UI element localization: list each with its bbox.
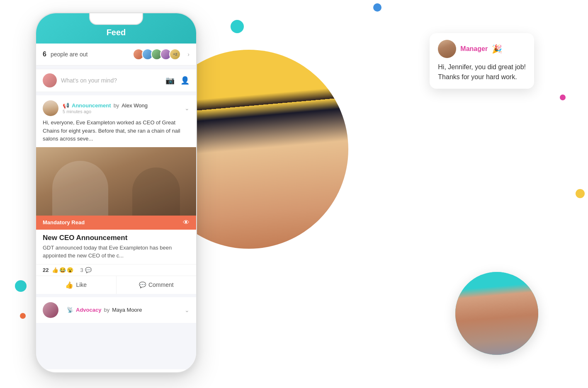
people-out-text: people are out [51, 51, 129, 58]
advocacy-type-row: 📡 Advocacy by Maya Moore [67, 307, 180, 313]
advocacy-by: by [104, 307, 109, 313]
chat-message-line2: Thanks for your hard work. [438, 73, 517, 80]
post-author-avatar [43, 100, 58, 116]
comment-label: Comment [148, 281, 174, 288]
people-out-count: 6 [43, 51, 46, 58]
comment-count: 3 [80, 267, 83, 273]
chat-bubble-header: Manager 🎉 [438, 40, 526, 58]
man-circle [455, 272, 538, 355]
avatars-group: +2 [133, 48, 181, 60]
like-icon: 👍 [65, 281, 73, 289]
comment-icon: 💬 [139, 281, 146, 288]
cry-emoji: 😂 [59, 267, 66, 273]
party-icon: 🎉 [492, 44, 502, 54]
like-label: Like [76, 281, 87, 288]
dot-teal-top [231, 20, 244, 33]
chat-message-text: Hi, Jennifer, you did great job! Thanks … [438, 62, 526, 82]
dot-yellow-right [576, 189, 585, 198]
advocacy-badge: Advocacy [76, 307, 101, 313]
post-image-visual [36, 147, 196, 216]
comment-bubble-icon: 💬 [85, 267, 92, 273]
post-body-text: Hi, everyone, Eve Exampleton worked as C… [36, 119, 196, 147]
post-advocacy: 📡 Advocacy by Maya Moore ⌄ [36, 297, 196, 323]
person-icon[interactable]: 👤 [180, 76, 190, 85]
mandatory-read-bar: Mandatory Read 👁 [36, 216, 196, 230]
comment-info: 3 💬 [80, 267, 91, 273]
dot-blue-top [373, 3, 381, 12]
reactions-emojis: 👍 😂 😮 [52, 267, 73, 273]
dot-pink-right [560, 95, 566, 100]
post-composer[interactable]: What's on your mind? 📷 👤 [36, 69, 196, 92]
advocacy-post-header: 📡 Advocacy by Maya Moore ⌄ [43, 302, 190, 318]
composer-avatar [43, 73, 57, 87]
advocacy-icon: 📡 [67, 307, 73, 313]
manager-label: Manager [460, 45, 488, 53]
thumbs-up-emoji: 👍 [52, 267, 58, 273]
post-options-icon[interactable]: ⌄ [185, 105, 190, 112]
camera-icon[interactable]: 📷 [165, 76, 175, 85]
like-button[interactable]: 👍 Like [36, 276, 117, 294]
announcement-avatar-img [43, 100, 58, 116]
post-by-text: by [114, 102, 119, 109]
post-type-row: 📢 Announcement by Alex Wong [63, 102, 180, 109]
reaction-count: 22 [43, 267, 49, 273]
composer-placeholder[interactable]: What's on your mind? [61, 77, 161, 84]
post-time: 5 minutes ago [63, 109, 180, 114]
post-type-badge: Announcement [72, 102, 111, 109]
feed-title: Feed [44, 28, 188, 37]
wow-emoji: 😮 [67, 267, 73, 273]
manager-avatar [438, 40, 456, 58]
post-reactions-row: 22 👍 😂 😮 3 💬 [36, 264, 196, 276]
people-out-bar[interactable]: 6 people are out +2 › [36, 44, 196, 65]
man-portrait [455, 272, 538, 355]
composer-icons: 📷 👤 [165, 76, 190, 85]
post-actions: 👍 Like 💬 Comment [36, 276, 196, 294]
phone-body: 6 people are out +2 › What's on your min… [36, 44, 196, 369]
chat-message-line1: Hi, Jennifer, you did great job! [438, 63, 526, 70]
phone-notch [89, 13, 143, 25]
post-header: 📢 Announcement by Alex Wong 5 minutes ag… [36, 95, 196, 119]
avatar-more: +2 [169, 48, 181, 60]
eye-icon: 👁 [183, 219, 190, 226]
phone-frame: Feed 6 people are out +2 › [35, 12, 197, 373]
post-excerpt: GDT announced today that Eve Exampleton … [36, 244, 196, 264]
announcement-icon: 📢 [63, 102, 69, 109]
post-title: New CEO Announcement [36, 230, 196, 244]
advocacy-avatar [43, 302, 58, 318]
advocacy-options-icon[interactable]: ⌄ [185, 307, 190, 313]
dot-teal-left [15, 280, 27, 292]
phone-mockup: Feed 6 people are out +2 › [35, 12, 197, 373]
post-meta: 📢 Announcement by Alex Wong 5 minutes ag… [63, 102, 180, 114]
manager-chat-bubble: Manager 🎉 Hi, Jennifer, you did great jo… [430, 33, 534, 89]
comment-button[interactable]: 💬 Comment [117, 276, 197, 294]
mandatory-read-label: Mandatory Read [43, 219, 85, 226]
post-announcement: 📢 Announcement by Alex Wong 5 minutes ag… [36, 95, 196, 294]
advocacy-author: Maya Moore [112, 307, 142, 313]
post-author-name: Alex Wong [121, 102, 148, 109]
chevron-right-icon: › [187, 51, 190, 58]
post-image [36, 147, 196, 216]
dot-orange-left [20, 313, 26, 319]
advocacy-meta: 📡 Advocacy by Maya Moore [67, 307, 180, 313]
